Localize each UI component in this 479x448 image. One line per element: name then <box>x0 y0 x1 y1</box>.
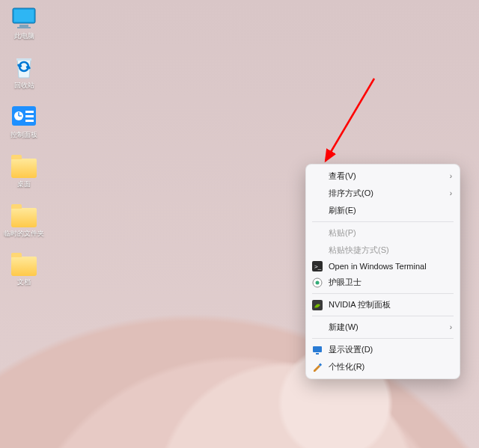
display-icon <box>312 345 323 355</box>
nvidia-icon <box>312 300 323 310</box>
menu-item-paste-shortcut: 粘贴快捷方式(S) <box>306 242 460 259</box>
menu-separator <box>312 293 454 294</box>
menu-item-label: 查看(V) <box>329 171 356 182</box>
folder-icon <box>10 153 37 179</box>
menu-item-label: 排序方式(O) <box>329 188 373 199</box>
menu-item-new[interactable]: 新建(W) › <box>306 319 460 336</box>
icon-label: 文档 <box>17 279 31 286</box>
svg-rect-17 <box>316 353 319 355</box>
svg-rect-9 <box>25 115 34 117</box>
svg-rect-4 <box>17 27 31 28</box>
menu-item-refresh[interactable]: 刷新(E) <box>306 202 460 219</box>
desktop-icon-recycle-bin[interactable]: 回收站 <box>4 54 43 90</box>
desktop-icon-this-pc[interactable]: 此电脑 <box>4 4 43 40</box>
menu-item-label: 刷新(E) <box>329 205 356 216</box>
svg-point-14 <box>316 280 320 284</box>
svg-rect-5 <box>16 58 31 61</box>
menu-separator <box>312 338 454 339</box>
menu-item-label: Open in Windows Terminal <box>329 262 427 271</box>
control-panel-icon <box>10 103 37 130</box>
menu-item-display-settings[interactable]: 显示设置(D) <box>306 341 460 358</box>
menu-item-eye-guard[interactable]: 护眼卫士 <box>306 274 460 291</box>
svg-text:>_: >_ <box>314 263 322 270</box>
menu-item-label: 个性化(R) <box>329 361 364 372</box>
menu-item-view[interactable]: 查看(V) › <box>306 168 460 185</box>
desktop-icon-control-panel[interactable]: 控制面板 <box>4 103 43 139</box>
svg-rect-8 <box>25 111 34 113</box>
desktop-icons-area: 此电脑 回收站 控制面板 <box>4 4 43 286</box>
menu-item-sort[interactable]: 排序方式(O) › <box>306 185 460 202</box>
svg-rect-16 <box>313 346 322 352</box>
menu-item-nvidia[interactable]: NVIDIA 控制面板 <box>306 296 460 313</box>
svg-rect-3 <box>19 25 28 27</box>
menu-item-label: 显示设置(D) <box>329 344 373 355</box>
eye-guard-icon <box>312 277 323 288</box>
svg-rect-2 <box>14 10 34 22</box>
menu-item-paste: 粘贴(P) <box>306 224 460 242</box>
menu-item-label: 粘贴快捷方式(S) <box>329 245 389 256</box>
chevron-right-icon: › <box>450 189 452 197</box>
folder-icon <box>10 202 37 229</box>
icon-label: 此电脑 <box>14 33 34 40</box>
desktop-icon-folder-3[interactable]: 文档 <box>4 251 43 286</box>
menu-separator <box>312 221 454 222</box>
menu-item-label: 粘贴(P) <box>329 227 356 239</box>
icon-label: 控制面板 <box>10 132 37 139</box>
desktop-context-menu: 查看(V) › 排序方式(O) › 刷新(E) 粘贴(P) 粘贴快捷方式(S) … <box>305 164 460 379</box>
svg-rect-10 <box>25 120 34 122</box>
menu-item-open-terminal[interactable]: >_ Open in Windows Terminal <box>306 259 460 274</box>
menu-item-label: 护眼卫士 <box>329 277 361 288</box>
chevron-right-icon: › <box>450 323 452 331</box>
chevron-right-icon: › <box>450 172 452 180</box>
desktop-icon-folder-1[interactable]: 桌面 <box>4 153 43 188</box>
icon-label: 回收站 <box>14 82 34 90</box>
menu-separator <box>312 316 454 316</box>
menu-item-label: NVIDIA 控制面板 <box>329 299 391 310</box>
menu-item-label: 新建(W) <box>329 322 359 333</box>
personalize-icon <box>312 362 323 372</box>
menu-item-personalize[interactable]: 个性化(R) <box>306 358 460 375</box>
folder-icon <box>10 251 37 277</box>
icon-label: 临时的文件夹 <box>4 230 44 238</box>
this-pc-icon <box>10 4 37 31</box>
icon-label: 桌面 <box>17 181 31 188</box>
recycle-bin-icon <box>10 54 37 81</box>
terminal-icon: >_ <box>312 261 323 271</box>
desktop-icon-folder-2[interactable]: 临时的文件夹 <box>4 202 43 238</box>
